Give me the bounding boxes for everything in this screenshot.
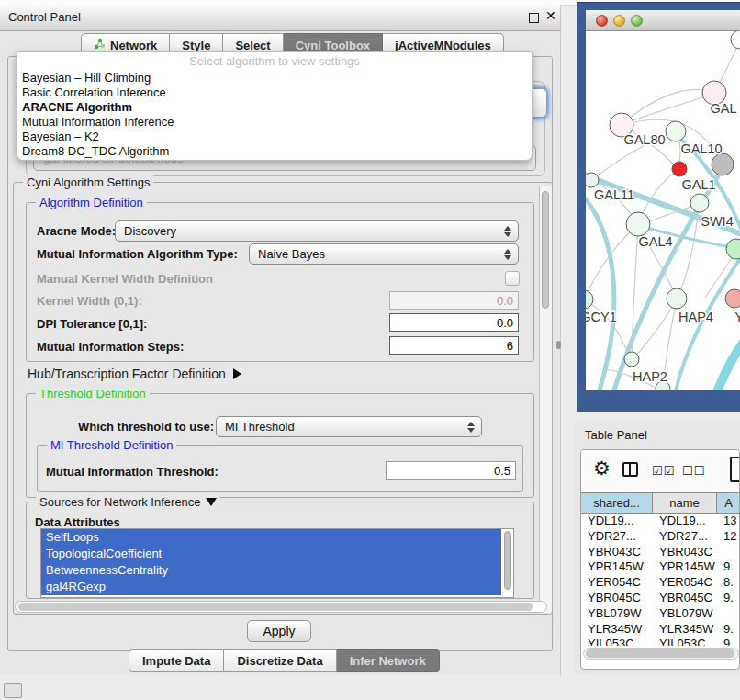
mi-threshold-definition-title: MI Threshold Definition [47, 438, 176, 452]
panel-splitter-handle[interactable] [556, 341, 561, 349]
algorithm-dropdown-placeholder: Select algorithm to view settings [17, 52, 532, 71]
table-row[interactable]: YBL079WYBL079W [581, 606, 740, 622]
close-icon[interactable]: ✕ [545, 8, 556, 23]
cyni-algorithm-settings-title: Cyni Algorithm Settings [23, 175, 153, 189]
table-cell: 9. [717, 559, 740, 575]
mi-threshold-input[interactable] [386, 461, 516, 480]
mi-algorithm-type-combo[interactable]: Naive Bayes [249, 243, 519, 265]
hub-definition-expander[interactable]: Hub/Transcription Factor Definition [28, 367, 241, 381]
aracne-mode-label: Aracne Mode: [37, 224, 116, 238]
table-column-header-name[interactable]: name [653, 493, 717, 513]
data-attribute-item-betweennesscentrality[interactable]: BetweennessCentrality [41, 562, 501, 579]
minimize-traffic-button[interactable] [613, 15, 625, 27]
network-edge [678, 206, 699, 298]
mi-steps-label: Mutual Information Steps: [37, 340, 184, 354]
network-edge [635, 300, 676, 356]
network-canvas[interactable]: GALGAL80GAL10GAL11GAL1SWI4GAL4GCY1HAP4YH… [586, 31, 740, 390]
settings-horizontal-scrollbar-thumb[interactable] [18, 603, 533, 611]
threshold-definition-title: Threshold Definition [36, 387, 150, 401]
network-node[interactable] [726, 239, 740, 259]
control-panel-titlebar: Control Panel ✕ [0, 5, 560, 31]
algorithm-option-mutual-information-inference[interactable]: Mutual Information Inference [17, 115, 532, 130]
algorithm-option-dream8-dc-tdc-algorithm[interactable]: Dream8 DC_TDC Algorithm [17, 144, 532, 159]
network-node[interactable] [712, 153, 734, 175]
network-node[interactable] [624, 352, 639, 367]
bottom-tab-impute-data[interactable]: Impute Data [129, 649, 224, 672]
float-window-icon[interactable] [529, 13, 539, 23]
gear-icon[interactable]: ⚙ [593, 457, 611, 480]
table-horizontal-scrollbar-thumb[interactable] [586, 649, 734, 658]
network-window-titlebar[interactable] [586, 10, 740, 31]
network-node-label-y: Y [734, 310, 740, 324]
collapsed-panel-icon[interactable] [4, 683, 22, 698]
data-attribute-item-selfloops[interactable]: SelfLoops [41, 529, 501, 546]
table-row[interactable]: YLR345WYLR345W9. [581, 622, 740, 638]
tab-label: jActiveMNodules [395, 39, 491, 52]
control-panel: Control Panel ✕ NetworkStyleSelectCyni T… [0, 5, 561, 675]
network-node[interactable] [586, 173, 599, 187]
mi-steps-input[interactable] [389, 336, 519, 355]
settings-vertical-scrollbar-thumb[interactable] [542, 191, 549, 309]
table-row[interactable]: YER054CYER054C8. [581, 575, 740, 591]
bottom-tab-discretize-data[interactable]: Discretize Data [224, 649, 336, 672]
table-cell: YBR045C [581, 591, 653, 606]
which-threshold-value: MI Threshold [225, 420, 295, 434]
mi-algorithm-type-label: Mutual Information Algorithm Type: [37, 247, 238, 261]
table-row[interactable]: YBR043CYBR043C [581, 545, 740, 560]
kernel-width-input[interactable] [389, 291, 519, 310]
table-toolbar: ⚙ ☑☑ ☐☐ [581, 450, 740, 492]
settings-horizontal-scrollbar[interactable] [15, 601, 547, 613]
table-cell [717, 606, 740, 622]
network-node[interactable] [725, 289, 740, 308]
table-column-header-a[interactable]: A [717, 493, 740, 513]
table-cell: YIL053C [653, 637, 717, 646]
data-attributes-list[interactable]: SelfLoopsTopologicalCoefficientBetweenne… [40, 528, 514, 598]
network-node[interactable] [731, 31, 740, 49]
dpi-tolerance-input[interactable] [389, 313, 519, 332]
table-horizontal-scrollbar[interactable] [583, 648, 739, 660]
table-cell: YER054C [653, 575, 717, 591]
table-cell: YBL079W [653, 606, 717, 622]
table-row[interactable]: YBR045CYBR045C9. [581, 591, 740, 606]
table-row[interactable]: YPR145WYPR145W9. [581, 559, 740, 575]
aracne-mode-combo[interactable]: Discovery [115, 220, 519, 242]
bottom-tab-infer-network[interactable]: Infer Network [337, 649, 440, 672]
close-traffic-button[interactable] [596, 15, 608, 27]
table-column-header-shared[interactable]: shared... [581, 493, 653, 513]
algorithm-option-basic-correlation-inference[interactable]: Basic Correlation Inference [17, 85, 532, 100]
columns-icon[interactable] [622, 462, 638, 477]
table-row[interactable]: YDL19...YDL19...13 [581, 514, 740, 529]
zoom-traffic-button[interactable] [631, 15, 643, 27]
application-window: Control Panel ✕ NetworkStyleSelectCyni T… [0, 0, 740, 700]
attr-list-scrollbar-thumb[interactable] [504, 531, 511, 590]
table-row[interactable]: YDR27...YDR27...12 [581, 529, 740, 545]
network-node[interactable] [586, 290, 593, 309]
table-panel-title: Table Panel [585, 428, 647, 442]
sources-title-row[interactable]: Sources for Network Inference [36, 495, 220, 509]
network-node[interactable] [666, 121, 686, 141]
data-attribute-item-topologicalcoefficient[interactable]: TopologicalCoefficient [41, 546, 501, 562]
network-node-label-gal4: GAL4 [638, 234, 672, 249]
settings-vertical-scrollbar[interactable] [539, 186, 552, 613]
algorithm-option-bayesian-k2[interactable]: Bayesian – K2 [17, 130, 532, 144]
network-node[interactable] [672, 162, 687, 176]
network-node-label-gal1: GAL1 [681, 177, 715, 192]
combo-arrows-icon [467, 422, 475, 433]
manual-kernel-width-checkbox[interactable] [505, 271, 520, 286]
expand-right-icon [233, 368, 241, 379]
table-cell: YER054C [581, 575, 653, 591]
algorithm-option-bayesian-hill-climbing[interactable]: Bayesian – Hill Climbing [17, 71, 532, 85]
manual-kernel-width-label: Manual Kernel Width Definition [37, 272, 213, 286]
checked-boxes-icon[interactable]: ☑☑ [652, 464, 675, 478]
network-node[interactable] [690, 194, 709, 212]
table-cell: YBL079W [581, 606, 653, 622]
data-attribute-item-gal4rgexp[interactable]: gal4RGexp [41, 579, 501, 595]
network-node[interactable] [626, 212, 650, 236]
apply-button[interactable]: Apply [247, 620, 311, 642]
which-threshold-combo[interactable]: MI Threshold [216, 416, 482, 437]
unchecked-boxes-icon[interactable]: ☐☐ [682, 464, 705, 478]
network-node[interactable] [667, 288, 687, 309]
document-icon[interactable] [730, 457, 740, 482]
algorithm-option-aracne-algorithm[interactable]: ARACNE Algorithm [17, 100, 532, 115]
table-row[interactable]: YIL053CYIL053C9. [581, 637, 740, 646]
